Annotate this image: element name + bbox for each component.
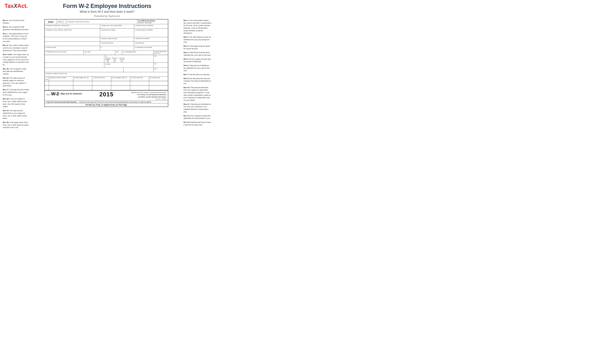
state-id-1 [49, 81, 73, 86]
local-wages-2 [111, 86, 130, 90]
statutory-row-left: 13 Statutoryemployee Retirementplan [45, 55, 153, 63]
form-row-1: 22222 Void a Employee's social security … [45, 19, 168, 24]
footer-year-text: 2015 [99, 91, 114, 98]
box12a-label: 12a See instructions for box 12 [154, 51, 167, 54]
void-cell: Void [57, 19, 66, 24]
sidebar-box-15: Box 15: Your employer's state and state … [3, 68, 29, 75]
form-row-4: 5 Medicare wages and tips 6 Medicare tax… [45, 37, 168, 42]
form-label: Form [46, 94, 50, 96]
box8-cell: 8 Allocated tips [134, 42, 168, 46]
main-layout: Box a: Your Social Security Number. Box … [0, 19, 214, 130]
box12c-cell: 12c [154, 63, 168, 68]
form-row-5: 7 Social security tips 8 Allocated tips [45, 42, 168, 46]
right-col-12c: 12c [153, 63, 168, 68]
state-num-1 [45, 81, 49, 86]
box4-cell: 4 Social security tax withheld [134, 29, 168, 37]
ein-label: b Employer identification number (EIN) [45, 25, 69, 26]
row10-left [45, 68, 153, 72]
w2-form: 22222 Void a Employee's social security … [44, 19, 168, 107]
omb-text: OMB No. 1545-0008 [138, 22, 167, 23]
box4-label: 4 Social security tax withheld [135, 29, 153, 31]
right-col-12b: 12b [153, 55, 168, 63]
form-row-7: e Employee's first name and initial Last… [45, 51, 168, 55]
state-wages-1 [73, 81, 92, 86]
sidebar-box-7: Box 7: Any tips that you reported. [183, 73, 211, 76]
box1-label: 1 Wages, tips, other compensation [101, 25, 122, 26]
ssn-cell: a Employee's social security number [66, 19, 137, 24]
page-title: Form W-2 Employee Instructions [0, 3, 214, 9]
logo-tax: Tax [5, 3, 13, 9]
logo-x: X [13, 3, 17, 9]
box16-cell: 16 State wages, tips, etc. [73, 77, 92, 81]
form-row-8: 13 Statutoryemployee Retirementplan [45, 55, 168, 63]
box11-label: 11 Nonqualified plans [123, 51, 136, 52]
retirement-plan-item: Retirementplan [112, 57, 118, 62]
void-checkbox [61, 21, 64, 23]
sidebar-box-14: Box 14: Anything that doesn't have a spe… [183, 121, 211, 126]
form-row-9: 14 Other 12c [45, 63, 168, 68]
footer-right: Department of the Treasury—Internal Reve… [131, 91, 166, 100]
form-row-state-1 [45, 81, 168, 86]
control-num-cell: 22222 [45, 19, 57, 24]
box5-label: 5 Medicare wages and tips [101, 38, 117, 39]
right-sidebar: Box 1: Your total taxable wages, tips, p… [182, 19, 213, 127]
footer-year-area: 2015 [99, 91, 114, 97]
employer-name-cell: c Employer's name, address, and ZIP code [45, 29, 100, 37]
retirement-checkbox [114, 60, 116, 62]
third-party-checkbox [121, 60, 123, 62]
official-use-text: For Official Use Only ▶ [138, 20, 167, 22]
state-id-2 [49, 86, 73, 90]
box17-label: 17 State income tax [93, 77, 105, 78]
local-wages-1 [111, 81, 130, 86]
last-name-cell: Last name [84, 51, 115, 55]
name-row-left: e Employee's first name and initial Last… [45, 51, 153, 55]
statutory-checkbox [107, 60, 109, 62]
footer-left: Form W-2 Wage and Tax Statement [46, 91, 82, 96]
sidebar-box-10: Box 10: Total amount deducted from your … [183, 86, 211, 102]
left-sidebar: Box a: Your Social Security Number. Box … [1, 19, 31, 130]
box12a-cell: 12a See instructions for box 12 [154, 51, 168, 54]
box13-label: 13 [105, 55, 107, 57]
page-header: TaxXAct. Form W-2 Employee Instructions … [0, 0, 214, 19]
w2-logo-area: Form W-2 [46, 91, 59, 96]
box12b-cell: 12b [154, 55, 168, 58]
statutory-checkboxes: Statutoryemployee Retirementplan Third-p… [105, 57, 153, 62]
emp-name-cell: e Employee's first name and initial [45, 51, 84, 55]
box19-label: 19 Local income tax [131, 77, 143, 78]
sidebar-box-5: Box 5: All your wages and tips that are … [183, 58, 211, 63]
address-cell: f Employee's address and ZIP code [45, 72, 168, 77]
sidebar-box-ef: Box e and f: Your legal name, as it read… [3, 53, 29, 66]
box12d-label: 12d [154, 68, 156, 70]
logo: TaxXAct. [5, 3, 28, 9]
row10-spacer [45, 68, 123, 72]
d-control-cell: d Control number [45, 46, 100, 50]
third-party-item: Third-partysick pay [119, 57, 125, 62]
control-number-value: 22222 [48, 21, 53, 23]
footer-privacy-text: For Privacy Act and Paperwork Reduction [131, 94, 166, 96]
retirement-label: Retirementplan [112, 57, 118, 60]
copy-a-row: Copy A For Social Security Administratio… [45, 101, 168, 103]
form-row-2: b Employer identification number (EIN) 1… [45, 24, 168, 29]
sidebar-box-20: Box 20: Is the legal name of the local, … [3, 121, 29, 129]
box3-label: 3 Social security wages [101, 29, 115, 31]
state-wages-2 [73, 86, 92, 90]
locality-2 [149, 86, 168, 90]
spacer-cell-1 [45, 37, 100, 41]
footer-dept-text: Department of the Treasury—Internal Reve… [131, 91, 166, 94]
sidebar-box-d: Box d: The control number that's used by… [3, 44, 29, 52]
box20-cell: 20 Locality name [149, 77, 168, 81]
state-income-2 [92, 86, 111, 90]
sidebar-box-c: Box c: The legal address of your employe… [3, 32, 29, 43]
box11-cell: 11 Nonqualified plans [122, 51, 153, 55]
sidebar-box-b: Box b: Your employers EIN (Employer Iden… [3, 26, 29, 31]
form-row-3: c Employer's name, address, and ZIP code… [45, 29, 168, 37]
employer-name-label: c Employer's name, address, and ZIP code [45, 29, 72, 31]
box9-label: 9 [101, 47, 102, 48]
state-income-1 [92, 81, 111, 86]
sidebar-box-6: Box 6: Total amount of Medicare tax with… [183, 64, 211, 72]
footer-privacy-strong: For Privacy Act and Paperwork Reduction [138, 94, 166, 95]
w2-logo-text: W-2 [51, 91, 59, 96]
box18-label: 18 Local wages, tips, etc. [112, 77, 127, 78]
box17-cell: 17 State income tax [92, 77, 111, 81]
locality-1 [149, 81, 168, 86]
